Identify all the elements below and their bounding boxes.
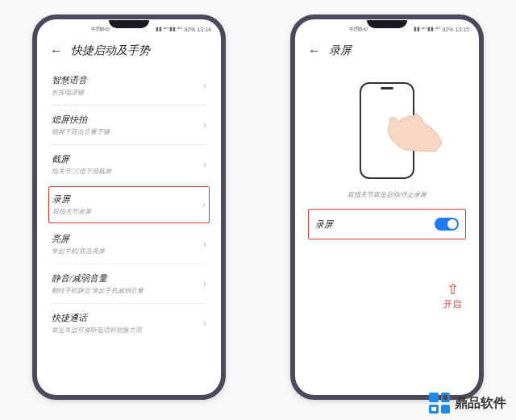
item-desc: 熄屏下双击音量下键 [52,127,203,136]
phone-notch [367,20,407,28]
list-item-quickcall[interactable]: 快捷通话 靠近耳边可修听电话和切换方面 › [50,304,208,343]
page-title: 录屏 [329,44,352,58]
back-icon[interactable]: ← [308,44,321,58]
page-title: 快捷启动及手势 [71,44,150,58]
list-item-record[interactable]: 录屏 双指关节录屏 › [48,186,210,223]
list-item-mute[interactable]: 静音/减弱音量 翻转手机静音/拿起手机减弱音量 › [50,264,208,304]
item-title: 录屏 [52,193,202,206]
status-time: 13:15 [455,27,469,32]
watermark-text: 鼎品软件 [455,395,506,412]
arrow-up-icon: ⇧ [443,282,461,297]
page-header: ← 快捷启动及手势 [39,37,219,66]
list-item-screenshot[interactable]: 截屏 指关节/三指下滑截屏 › [50,145,208,185]
list-item-wake[interactable]: 亮屏 拿起手机/双击亮屏 › [50,225,208,264]
chevron-right-icon: › [203,119,206,131]
open-label: 开启 [443,298,461,310]
hand-icon [384,105,443,153]
status-signal: ▮▮ ⁴ᴳ ▮▮ ⁴ᴳ [156,26,183,32]
chevron-right-icon: › [203,318,206,329]
open-annotation: ⇧ 开启 [443,282,461,310]
list-item-snapshot[interactable]: 熄屏快拍 熄屏下双击音量下键 › [50,106,208,145]
chevron-right-icon: › [203,159,206,170]
page-header: ← 录屏 [297,37,477,66]
chevron-right-icon: › [203,239,206,250]
status-time: 13:14 [197,27,211,32]
item-desc: 长按电源键 [52,88,203,97]
chevron-right-icon: › [203,278,206,289]
watermark-logo-icon [429,393,450,414]
item-desc: 拿起手机/双击亮屏 [52,247,203,256]
phone-notch [109,20,149,28]
watermark: 鼎品软件 [429,393,506,414]
phone-mockup-right: 中国移动 ▮▮ ⁴ᴳ ▮▮ ⁴ᴳ 82% 13:15 ← 录屏 双指关节双击启动… [290,15,484,400]
back-icon[interactable]: ← [50,44,63,58]
illustration [297,66,477,187]
item-desc: 指关节/三指下滑截屏 [52,167,203,176]
item-title: 静音/减弱音量 [52,272,203,285]
settings-list: 智慧语音 长按电源键 › 熄屏快拍 熄屏下双击音量下键 › 截屏 指关节/三指下… [39,66,219,343]
toggle-label: 录屏 [315,218,435,231]
illustration-caption: 双指关节双击启动/停止录屏 [297,187,477,209]
toggle-switch[interactable] [435,218,459,231]
list-item-voice[interactable]: 智慧语音 长按电源键 › [50,66,208,106]
toggle-row-record[interactable]: 录屏 [308,209,466,239]
item-title: 截屏 [52,153,203,165]
item-title: 熄屏快拍 [52,114,203,126]
status-battery: 82% [184,27,195,32]
chevron-right-icon: › [203,80,206,91]
item-desc: 靠近耳边可修听电话和切换方面 [52,326,203,335]
item-desc: 翻转手机静音/拿起手机减弱音量 [52,286,203,295]
phone-mockup-left: 中国移动 ▮▮ ⁴ᴳ ▮▮ ⁴ᴳ 82% 13:14 ← 快捷启动及手势 智慧语… [32,15,226,400]
item-desc: 双指关节录屏 [52,207,202,216]
item-title: 智慧语音 [52,74,203,86]
status-signal: ▮▮ ⁴ᴳ ▮▮ ⁴ᴳ [414,26,441,32]
item-title: 亮屏 [52,233,203,245]
status-battery: 82% [442,27,453,32]
chevron-right-icon: › [202,199,206,210]
item-title: 快捷通话 [52,312,203,324]
